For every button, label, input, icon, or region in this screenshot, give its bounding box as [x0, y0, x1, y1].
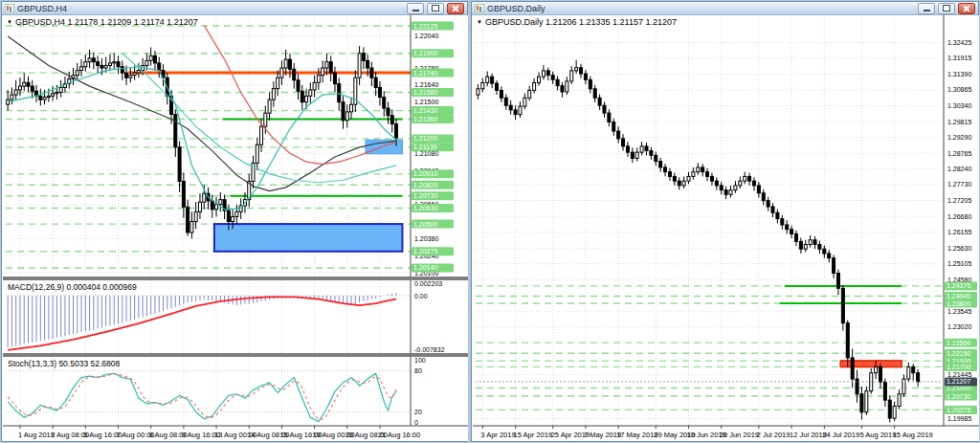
svg-text:1.20630: 1.20630 — [413, 205, 437, 211]
restore-icon — [432, 5, 439, 11]
h4-chart: 1.220401.217801.216401.215001.210801.209… — [3, 15, 468, 441]
svg-text:1.20910: 1.20910 — [413, 170, 437, 177]
svg-text:1.20275: 1.20275 — [413, 248, 437, 255]
svg-text:1.21640: 1.21640 — [414, 81, 438, 88]
svg-text:1.20140: 1.20140 — [413, 264, 437, 271]
svg-text:1.20500: 1.20500 — [413, 221, 437, 228]
daily-chart: 1.324251.319151.313901.308651.303401.298… — [473, 15, 979, 441]
svg-text:17 May 2019: 17 May 2019 — [616, 431, 657, 439]
restore-icon — [943, 5, 950, 11]
chart-canvas-daily[interactable]: 1.324251.319151.313901.308651.303401.298… — [473, 15, 979, 441]
svg-text:21 Aug 16:00: 21 Aug 16:00 — [378, 431, 420, 439]
svg-text:1.21900: 1.21900 — [413, 50, 437, 56]
svg-text:1.27730: 1.27730 — [947, 181, 971, 188]
svg-text:1.24040: 1.24040 — [947, 293, 970, 299]
restore-button[interactable] — [427, 3, 444, 14]
svg-text:20 Jun 2019: 20 Jun 2019 — [720, 431, 759, 439]
chart-canvas-h4[interactable]: 1.220401.217801.216401.215001.210801.209… — [3, 15, 468, 441]
chart-window-gbpusd-h4: GBPUSD,H4 1.220401.217801.216401.215001.… — [1, 1, 468, 442]
supply-zone-rect[interactable] — [840, 361, 902, 366]
svg-text:1.21700: 1.21700 — [947, 364, 970, 370]
svg-text:1.28765: 1.28765 — [947, 150, 971, 157]
svg-text:1.25105: 1.25105 — [947, 260, 971, 267]
svg-text:1.21207: 1.21207 — [947, 378, 970, 385]
svg-text:1.28240: 1.28240 — [947, 166, 971, 172]
svg-text:1.20275: 1.20275 — [947, 407, 970, 413]
close-icon — [452, 5, 459, 12]
macd-axis-label: 0.00 — [414, 293, 428, 299]
svg-text:1.29290: 1.29290 — [947, 134, 971, 141]
pane-separator[interactable] — [3, 353, 468, 357]
price-zone-rect[interactable] — [366, 140, 402, 154]
symbol-dropdown-icon[interactable]: ▼ — [477, 19, 482, 25]
chart-window-gbpusd-daily: GBPUSD,Daily 1.324251.319151.313901.3086… — [471, 1, 979, 442]
svg-text:1.19985: 1.19985 — [947, 415, 971, 422]
svg-text:1.23800: 1.23800 — [947, 300, 970, 307]
svg-text:1.31390: 1.31390 — [947, 71, 971, 78]
svg-text:1.21200: 1.21200 — [413, 135, 437, 142]
svg-text:1.20820: 1.20820 — [413, 182, 437, 188]
svg-text:1.20380: 1.20380 — [414, 235, 438, 242]
svg-text:1.26155: 1.26155 — [947, 229, 971, 235]
ohlc-text: GBPUSD,Daily 1.21206 1.21335 1.21157 1.2… — [485, 17, 677, 27]
svg-text:1.21500: 1.21500 — [414, 99, 438, 105]
window-title: GBPUSD,H4 — [17, 4, 404, 13]
symbol-dropdown-icon[interactable]: ▼ — [7, 19, 12, 25]
svg-text:1.21130: 1.21130 — [413, 144, 437, 150]
svg-text:1.30865: 1.30865 — [947, 86, 971, 93]
svg-text:1.21740: 1.21740 — [413, 70, 437, 77]
window-title: GBPUSD,Daily — [487, 4, 915, 13]
svg-text:1.21430: 1.21430 — [413, 107, 437, 114]
chart-background — [473, 15, 979, 441]
svg-text:1.20730: 1.20730 — [413, 192, 437, 199]
svg-text:15 Apr 2019: 15 Apr 2019 — [514, 431, 552, 439]
macd-indicator-label: MACD(12,26,9) 0.000404 0.000969 — [8, 282, 137, 292]
svg-text:1.23020: 1.23020 — [947, 323, 971, 330]
stoch-axis-label: 20 — [414, 409, 422, 415]
svg-text:1.27205: 1.27205 — [947, 197, 971, 204]
svg-text:1.22150: 1.22150 — [947, 350, 970, 357]
svg-text:1.29815: 1.29815 — [947, 119, 971, 125]
restore-button[interactable] — [938, 3, 955, 14]
svg-text:2 Jul 2019: 2 Jul 2019 — [757, 431, 791, 439]
mdi-workspace: GBPUSD,H4 1.220401.217801.216401.215001.… — [0, 0, 980, 443]
svg-text:24 Jul 2019: 24 Jul 2019 — [822, 431, 859, 439]
svg-text:1.21445: 1.21445 — [947, 371, 971, 378]
close-button[interactable] — [958, 3, 975, 14]
svg-text:1.25630: 1.25630 — [947, 245, 971, 252]
svg-text:15 Aug 2019: 15 Aug 2019 — [893, 431, 933, 439]
pane-separator[interactable] — [3, 277, 468, 280]
svg-text:12 Jul 2019: 12 Jul 2019 — [790, 431, 827, 439]
svg-text:1.22040: 1.22040 — [414, 33, 438, 39]
svg-text:1.21360: 1.21360 — [413, 116, 437, 122]
chart-icon — [5, 4, 14, 12]
svg-text:1.23545: 1.23545 — [947, 308, 971, 315]
svg-text:1.32425: 1.32425 — [947, 39, 971, 46]
window-titlebar[interactable]: GBPUSD,H4 — [2, 2, 467, 15]
svg-text:1.22500: 1.22500 — [947, 340, 970, 346]
macd-axis-label: 0.002203 — [414, 280, 442, 287]
svg-text:1.26680: 1.26680 — [947, 213, 971, 220]
minimize-button[interactable] — [407, 3, 424, 14]
svg-text:1.24375: 1.24375 — [947, 282, 970, 289]
svg-text:1.22125: 1.22125 — [413, 23, 437, 30]
svg-text:1.30340: 1.30340 — [947, 102, 971, 109]
svg-text:1.21580: 1.21580 — [413, 89, 437, 96]
svg-text:1.20730: 1.20730 — [947, 393, 970, 400]
stoch-axis-label: 100 — [414, 357, 426, 364]
ohlc-text: GBPUSD,H4 1.21178 1.21209 1.21174 1.2120… — [15, 17, 198, 27]
close-button[interactable] — [447, 3, 464, 14]
svg-text:3 Apr 2019: 3 Apr 2019 — [480, 431, 515, 439]
stoch-axis-label: 0 — [414, 419, 418, 426]
stoch-indicator-label: Stoch(13,3,3) 50.5033 52.6808 — [8, 359, 120, 368]
macd-axis-label: -0.007832 — [414, 346, 445, 353]
minimize-button[interactable] — [918, 3, 935, 14]
minimize-icon — [924, 10, 930, 11]
chart-info-line: ▼GBPUSD,Daily 1.21206 1.21335 1.21157 1.… — [477, 17, 677, 27]
chart-icon — [475, 4, 484, 12]
window-titlebar[interactable]: GBPUSD,Daily — [472, 2, 978, 15]
svg-text:1 Aug 2019: 1 Aug 2019 — [18, 431, 55, 439]
stoch-axis-label: 80 — [414, 367, 422, 374]
svg-text:5 Aug 2019: 5 Aug 2019 — [859, 431, 896, 439]
demand-zone-rect[interactable] — [214, 224, 403, 252]
